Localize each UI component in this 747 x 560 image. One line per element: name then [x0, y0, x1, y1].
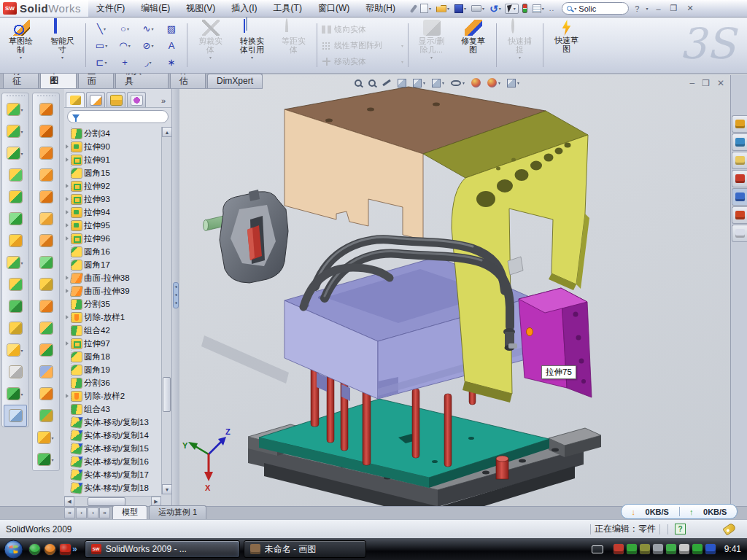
configuration-manager-tab[interactable]: [107, 92, 125, 107]
home-tab[interactable]: [732, 115, 747, 133]
quicklaunch-overflow-icon[interactable]: »: [72, 544, 77, 554]
tree-item[interactable]: 曲面-拉伸38: [64, 271, 161, 284]
selection-box-tool[interactable]: ▨: [160, 20, 183, 37]
scale-tool-button[interactable]: [34, 295, 58, 317]
custom-properties-tab[interactable]: [732, 225, 747, 242]
tree-item[interactable]: 组合43: [64, 402, 161, 416]
prev-tab-button[interactable]: ‹: [76, 508, 87, 518]
dropdown-icon[interactable]: ▾: [20, 107, 23, 112]
expander-icon[interactable]: [66, 276, 69, 280]
last-tab-button[interactable]: »: [99, 508, 110, 518]
dropdown-icon[interactable]: ▾: [517, 80, 519, 85]
task-button-0[interactable]: SWSolidWorks 2009 - ...: [85, 540, 240, 558]
hole-wizard-button[interactable]: [4, 230, 27, 252]
hide-show-items-button[interactable]: ▾: [451, 80, 465, 86]
shell-tool-button[interactable]: ▾: [4, 339, 27, 361]
restore-button[interactable]: ❒: [669, 4, 679, 13]
offset-entities-button[interactable]: 等距实 体: [273, 18, 314, 73]
display-style-button[interactable]: ▾: [432, 79, 444, 88]
undo-button[interactable]: ↺▾: [488, 4, 503, 14]
scroll-down-icon[interactable]: ▼: [162, 484, 172, 494]
tree-item[interactable]: 拉伸94: [64, 206, 161, 219]
health-shield[interactable]: [692, 544, 703, 554]
tree-item[interactable]: 拉伸93: [64, 192, 161, 206]
help-dropdown-icon[interactable]: ▾: [646, 6, 648, 11]
zoom-to-area-button[interactable]: [368, 79, 376, 87]
ruled-surface-button[interactable]: [34, 120, 58, 142]
swept-boss-button[interactable]: ▾: [4, 142, 27, 164]
cavity-tool-button[interactable]: [34, 339, 58, 361]
move-face-button[interactable]: ▾: [34, 427, 58, 448]
point-tool[interactable]: +: [113, 54, 136, 71]
draft-analysis-button[interactable]: [34, 252, 58, 273]
tree-item[interactable]: 拉伸96: [64, 232, 161, 245]
tree-item[interactable]: 分割35: [64, 298, 161, 311]
search-input[interactable]: ▾ Solic: [562, 2, 629, 15]
ellipse-tool[interactable]: ⊘▾: [136, 37, 160, 54]
search-dropdown-icon[interactable]: ▾: [574, 6, 576, 11]
boundary-boss-button[interactable]: [4, 186, 27, 208]
lofted-boss-button[interactable]: [4, 164, 27, 186]
splitter-handle[interactable]: ◂ ◂ ◂: [173, 282, 179, 308]
save-button[interactable]: ▾: [453, 4, 468, 14]
tree-item[interactable]: 圆角15: [64, 166, 161, 179]
pin-button[interactable]: [411, 4, 417, 14]
tree-filter-input[interactable]: [67, 110, 169, 123]
doc-close-button[interactable]: ✕: [717, 78, 724, 88]
tree-item[interactable]: 圆角16: [64, 245, 161, 258]
help-button[interactable]: ?: [635, 4, 639, 13]
circle-tool[interactable]: ○▾: [113, 20, 136, 37]
file-explorer-tab[interactable]: [732, 188, 747, 206]
bottom-tab-1[interactable]: 运动算例 1: [149, 505, 206, 519]
tree-item[interactable]: 实体-移动/复制13: [64, 416, 161, 429]
toolbox-tab[interactable]: [732, 170, 747, 187]
tree-item[interactable]: 拉伸91: [64, 153, 161, 166]
appearances-scenes-tab[interactable]: [732, 206, 747, 224]
menu-item-2[interactable]: 视图(V): [178, 0, 223, 17]
bottom-tab-0[interactable]: 模型: [112, 505, 147, 519]
dropdown-icon[interactable]: ▾: [498, 80, 500, 85]
graphics-viewport[interactable]: Y Z X ▾▾▾▾▾ – ❒ ✕ 拉伸75: [179, 75, 730, 506]
mirror-entities-button[interactable]: 镜向实体: [320, 22, 406, 36]
tree-item[interactable]: 实体-移动/复制18: [64, 481, 161, 494]
rebuild-button[interactable]: [521, 3, 529, 14]
menu-item-0[interactable]: 文件(F): [88, 0, 133, 17]
dropdown-icon[interactable]: ▾: [20, 260, 23, 265]
dropdown-icon[interactable]: ▾: [462, 80, 465, 85]
tree-item[interactable]: 分割34: [64, 127, 161, 140]
network-green[interactable]: [666, 544, 676, 554]
view-orientation-button[interactable]: ▾: [413, 79, 425, 88]
revolved-boss-button[interactable]: ▾: [4, 120, 27, 142]
tree-item[interactable]: 拉伸97: [64, 337, 161, 350]
magnified-selection-button[interactable]: [382, 82, 391, 84]
quick-snaps-button[interactable]: 快速捕 捉▾: [499, 18, 541, 73]
rib-tool-button[interactable]: [4, 295, 27, 317]
tree-item[interactable]: 拉伸90: [64, 140, 161, 153]
minimize-button[interactable]: –: [654, 4, 662, 13]
new-document-button[interactable]: ▾: [419, 3, 433, 14]
instant3d-measure-button[interactable]: [4, 405, 27, 427]
tree-item[interactable]: 拉伸92: [64, 179, 161, 192]
dropdown-icon[interactable]: ▾: [429, 6, 431, 11]
solidworks-resources-tab[interactable]: [732, 133, 747, 151]
scroll-left-icon[interactable]: ◀: [64, 497, 74, 507]
sketch-button[interactable]: 草图绘 制▾: [0, 18, 42, 73]
expander-icon[interactable]: [66, 315, 69, 319]
tree-horizontal-scrollbar[interactable]: ◀ ▶: [64, 496, 161, 506]
expander-icon[interactable]: [66, 184, 69, 188]
spline-tool[interactable]: ∿▾: [136, 20, 160, 37]
network-speed-widget[interactable]: ↓ 0KB/S ↑ 0KB/S: [621, 504, 738, 519]
first-tab-button[interactable]: «: [64, 508, 75, 518]
dropdown-icon[interactable]: ▾: [499, 6, 501, 11]
doc-restore-button[interactable]: ❒: [702, 78, 710, 88]
horizontal-scroll-thumb[interactable]: [88, 497, 125, 506]
dropdown-icon[interactable]: ▾: [482, 6, 484, 11]
parting-surface-button[interactable]: [34, 186, 58, 208]
menu-item-6[interactable]: 帮助(H): [357, 0, 403, 17]
tree-item[interactable]: 圆角19: [64, 363, 161, 376]
tag-icon[interactable]: [722, 522, 736, 535]
tree-item[interactable]: 圆角18: [64, 350, 161, 363]
edit-appearance-button[interactable]: [471, 78, 481, 88]
tree-item[interactable]: 曲面-拉伸39: [64, 284, 161, 298]
messenger-quicklaunch[interactable]: [29, 544, 40, 555]
